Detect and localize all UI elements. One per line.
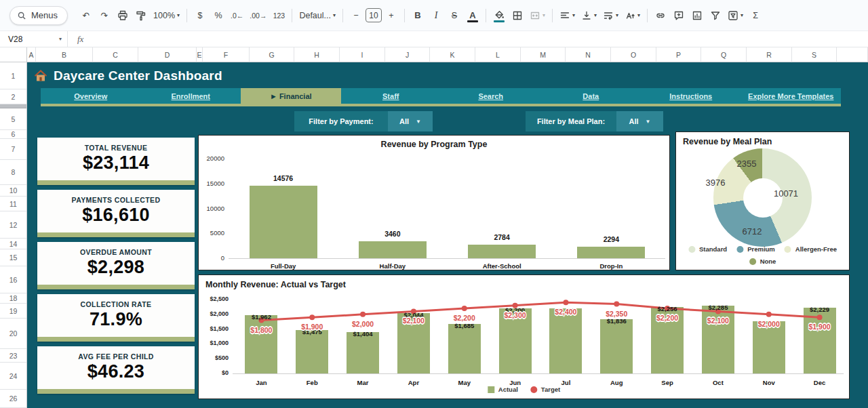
tab-staff[interactable]: Staff [341, 88, 441, 104]
tab-instructions[interactable]: Instructions [641, 88, 741, 104]
kpi-card[interactable]: TOTAL REVENUE$23,114 [37, 138, 195, 185]
create-filter-button[interactable] [707, 7, 724, 24]
tab-data[interactable]: Data [541, 88, 642, 104]
insert-chart-button[interactable] [688, 7, 706, 24]
row-header-15[interactable]: 15 [0, 249, 26, 266]
column-header-M[interactable]: M [521, 47, 566, 62]
row-header-1[interactable]: 1 [0, 62, 26, 89]
filter-mealplan-dropdown[interactable]: All ▼ [616, 111, 663, 131]
row-header-26[interactable]: 26 [0, 390, 26, 408]
column-header-C[interactable]: C [93, 47, 138, 62]
column-header-P[interactable]: P [656, 47, 701, 62]
column-header-O[interactable]: O [611, 47, 656, 62]
format-percent-button[interactable]: % [210, 7, 227, 24]
column-header-R[interactable]: R [747, 47, 792, 62]
increase-decimal-button[interactable]: .00→ [247, 7, 269, 24]
row-header-7[interactable]: 7 [0, 139, 26, 160]
tab-search[interactable]: Search [441, 88, 541, 104]
filter-payment-dropdown[interactable]: All ▼ [388, 111, 433, 131]
bold-button[interactable]: B [409, 7, 427, 24]
row-header-2[interactable]: 2 [0, 89, 26, 104]
program-bar-chart[interactable]: Revenue by Program Type 0500010000150002… [198, 135, 670, 270]
menus-label: Menus [31, 10, 58, 20]
x-axis-label: Drop-In [557, 262, 666, 270]
monthly-revenue-chart[interactable]: Monthly Revenue: Actual vs Target $0$500… [198, 274, 850, 399]
row-header-23[interactable]: 23 [0, 349, 26, 363]
decrease-font-size-button[interactable]: − [347, 7, 365, 24]
column-header-H[interactable]: H [294, 47, 340, 62]
decrease-decimal-button[interactable]: .0← [228, 7, 246, 24]
increase-font-size-button[interactable]: + [382, 7, 400, 24]
tab-overview[interactable]: Overview [41, 88, 141, 104]
row-header-19[interactable]: 19 [0, 304, 26, 319]
undo-button[interactable]: ↶ [77, 7, 95, 24]
fill-color-button[interactable] [490, 7, 508, 24]
italic-button[interactable]: I [427, 7, 445, 24]
name-box[interactable]: V28 ▾ [0, 31, 68, 47]
font-size-input[interactable]: 10 [366, 8, 382, 22]
column-header-S[interactable]: S [792, 47, 837, 62]
text-rotation-button[interactable]: ▾ [622, 7, 643, 24]
horizontal-align-button[interactable]: ▾ [557, 7, 578, 24]
column-header-K[interactable]: K [430, 47, 475, 62]
row-header-18[interactable]: 18 [0, 293, 26, 304]
functions-button[interactable]: Σ [747, 7, 764, 24]
row-header-14[interactable]: 14 [0, 239, 26, 249]
zoom-select[interactable]: 100%▾ [151, 7, 182, 24]
fx-icon: fx [68, 34, 93, 45]
format-currency-button[interactable]: $ [191, 7, 209, 24]
insert-link-button[interactable] [652, 7, 669, 24]
row-header-24[interactable]: 24 [0, 363, 26, 390]
column-header-G[interactable]: G [250, 47, 294, 62]
select-all-corner[interactable] [0, 47, 27, 62]
row-header-16[interactable]: 16 [0, 266, 26, 293]
slice-value-label: 6712 [743, 226, 762, 237]
kpi-card[interactable]: PAYMENTS COLLECTED$16,610 [37, 190, 195, 237]
column-header[interactable] [837, 47, 868, 62]
tab-enrollment[interactable]: Enrollment [141, 88, 241, 104]
text-wrap-button[interactable]: ▾ [600, 7, 621, 24]
column-header-L[interactable]: L [475, 47, 521, 62]
vertical-align-button[interactable]: ▾ [578, 7, 599, 24]
row-header-20[interactable]: 20 [0, 319, 26, 349]
row-header-12[interactable]: 12 [0, 211, 26, 239]
tab-financial[interactable]: ► Financial [241, 88, 341, 104]
toolbar-divider [292, 9, 292, 22]
chart-title: Revenue by Program Type [199, 140, 669, 149]
meal-plan-donut-chart[interactable]: Revenue by Meal Plan 10071671239762355St… [675, 131, 850, 270]
filter-views-button[interactable]: ▾ [725, 7, 746, 24]
row-header-6[interactable]: 6 [0, 130, 26, 139]
paint-format-button[interactable] [132, 7, 150, 24]
column-header-D[interactable]: D [138, 47, 197, 62]
insert-comment-button[interactable] [670, 7, 688, 24]
strikethrough-button[interactable]: S [446, 7, 463, 24]
kpi-card[interactable]: AVG FEE PER CHILD$46.23 [37, 346, 195, 394]
row-header-5[interactable]: 5 [0, 108, 26, 130]
column-header-Q[interactable]: Q [701, 47, 747, 62]
font-select[interactable]: Defaul...▾ [296, 7, 338, 24]
column-header-E[interactable]: E [197, 47, 203, 62]
formula-input[interactable] [93, 31, 868, 47]
menus-search[interactable]: Menus [9, 6, 68, 25]
row-header-11[interactable]: 11 [0, 197, 26, 211]
row-header-8[interactable]: 8 [0, 160, 26, 185]
column-header-A[interactable]: A [27, 47, 36, 62]
tab-explore-more-templates[interactable]: Explore More Templates [741, 88, 842, 104]
target-value-label: $1,900 [809, 323, 831, 331]
kpi-card[interactable]: COLLECTION RATE71.9% [37, 294, 195, 342]
text-color-button[interactable]: A [464, 7, 481, 24]
row-header-10[interactable]: 10 [0, 185, 26, 197]
y-axis-tick: 20000 [200, 155, 224, 162]
more-formats-button[interactable]: 123 [270, 7, 288, 24]
school-house-icon [34, 69, 47, 83]
column-header-J[interactable]: J [385, 47, 430, 62]
column-header-B[interactable]: B [36, 47, 93, 62]
print-button[interactable] [114, 7, 132, 24]
column-header-F[interactable]: F [203, 47, 250, 62]
redo-button[interactable]: ↷ [96, 7, 113, 24]
column-header-N[interactable]: N [566, 47, 611, 62]
kpi-card[interactable]: OVERDUE AMOUNT$2,298 [37, 242, 195, 289]
column-header-I[interactable]: I [340, 47, 385, 62]
borders-button[interactable] [509, 7, 526, 24]
chevron-down-icon: ▾ [594, 12, 597, 18]
